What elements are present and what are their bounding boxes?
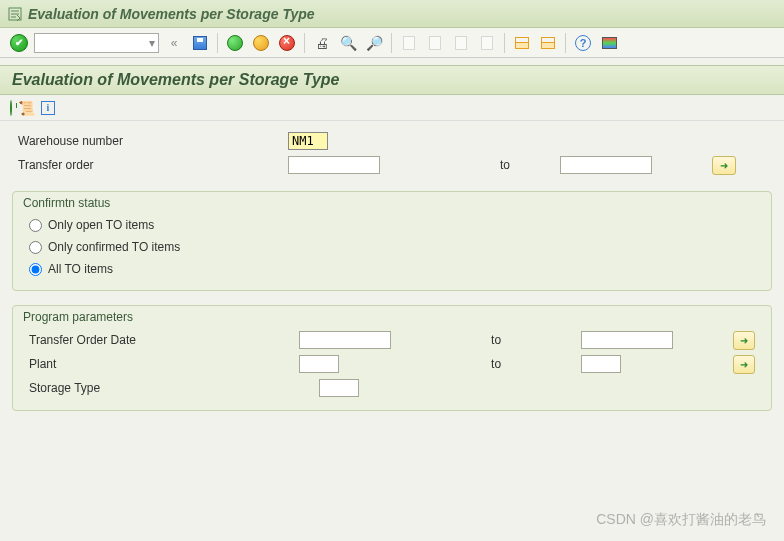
storage-type-label: Storage Type	[29, 381, 319, 395]
transfer-order-from-input[interactable]	[288, 156, 380, 174]
radio-row-confirmed[interactable]: Only confirmed TO items	[29, 236, 755, 258]
layout-button[interactable]	[537, 32, 559, 54]
info-button[interactable]: i	[41, 101, 55, 115]
application-toolbar: 📜 i	[0, 95, 784, 121]
radio-all-label: All TO items	[48, 262, 113, 276]
save-button[interactable]	[189, 32, 211, 54]
radio-open[interactable]	[29, 219, 42, 232]
get-variant-button[interactable]: 📜	[18, 100, 35, 116]
radio-confirmed[interactable]	[29, 241, 42, 254]
window-title-bar: Evaluation of Movements per Storage Type	[0, 0, 784, 28]
radio-row-open[interactable]: Only open TO items	[29, 214, 755, 236]
system-toolbar: ▾ « 🖨 🔍 🔎 ?	[0, 28, 784, 58]
storage-type-input[interactable]	[319, 379, 359, 397]
prev-page-button[interactable]	[424, 32, 446, 54]
transfer-order-date-to-input[interactable]	[581, 331, 673, 349]
warehouse-number-row: Warehouse number	[12, 129, 772, 153]
radio-all[interactable]	[29, 263, 42, 276]
customize-button[interactable]	[598, 32, 620, 54]
first-page-button[interactable]	[398, 32, 420, 54]
cancel-button[interactable]	[276, 32, 298, 54]
radio-row-all[interactable]: All TO items	[29, 258, 755, 280]
plant-to-input[interactable]	[581, 355, 621, 373]
screen-title: Evaluation of Movements per Storage Type	[12, 71, 339, 89]
to-label: to	[491, 333, 580, 347]
last-page-button[interactable]	[476, 32, 498, 54]
transfer-order-date-multiselect-button[interactable]	[733, 331, 755, 350]
transfer-order-date-from-input[interactable]	[299, 331, 391, 349]
execute-button[interactable]	[10, 101, 12, 115]
command-field[interactable]: ▾	[34, 33, 159, 53]
window-title: Evaluation of Movements per Storage Type	[28, 6, 315, 22]
transfer-order-to-input[interactable]	[560, 156, 652, 174]
plant-row: Plant to	[29, 352, 755, 376]
find-next-button[interactable]: 🔎	[363, 32, 385, 54]
transfer-order-multiselect-button[interactable]	[712, 156, 736, 175]
enter-button[interactable]	[8, 32, 30, 54]
transfer-order-label: Transfer order	[18, 158, 288, 172]
plant-label: Plant	[29, 357, 299, 371]
transfer-order-date-label: Transfer Order Date	[29, 333, 299, 347]
confirm-status-group: Confirmtn status Only open TO items Only…	[12, 191, 772, 291]
transfer-order-date-row: Transfer Order Date to	[29, 328, 755, 352]
to-label: to	[491, 357, 580, 371]
confirm-status-legend: Confirmtn status	[13, 192, 771, 212]
warehouse-number-input[interactable]	[288, 132, 328, 150]
to-label: to	[500, 158, 560, 172]
screen-header: Evaluation of Movements per Storage Type	[0, 65, 784, 95]
storage-type-row: Storage Type	[29, 376, 755, 400]
program-parameters-group: Program parameters Transfer Order Date t…	[12, 305, 772, 411]
exit-button[interactable]	[250, 32, 272, 54]
warehouse-number-label: Warehouse number	[18, 134, 288, 148]
next-page-button[interactable]	[450, 32, 472, 54]
radio-confirmed-label: Only confirmed TO items	[48, 240, 180, 254]
radio-open-label: Only open TO items	[48, 218, 154, 232]
plant-from-input[interactable]	[299, 355, 339, 373]
watermark: CSDN @喜欢打酱油的老鸟	[596, 511, 766, 529]
history-back-icon[interactable]: «	[163, 32, 185, 54]
selection-screen: Warehouse number Transfer order to Confi…	[0, 121, 784, 411]
transfer-order-row: Transfer order to	[12, 153, 772, 177]
find-button[interactable]: 🔍	[337, 32, 359, 54]
dropdown-icon: ▾	[149, 36, 155, 50]
new-session-button[interactable]	[511, 32, 533, 54]
print-button[interactable]: 🖨	[311, 32, 333, 54]
back-button[interactable]	[224, 32, 246, 54]
help-button[interactable]: ?	[572, 32, 594, 54]
plant-multiselect-button[interactable]	[733, 355, 755, 374]
program-parameters-legend: Program parameters	[13, 306, 771, 326]
menu-icon[interactable]	[8, 7, 22, 21]
